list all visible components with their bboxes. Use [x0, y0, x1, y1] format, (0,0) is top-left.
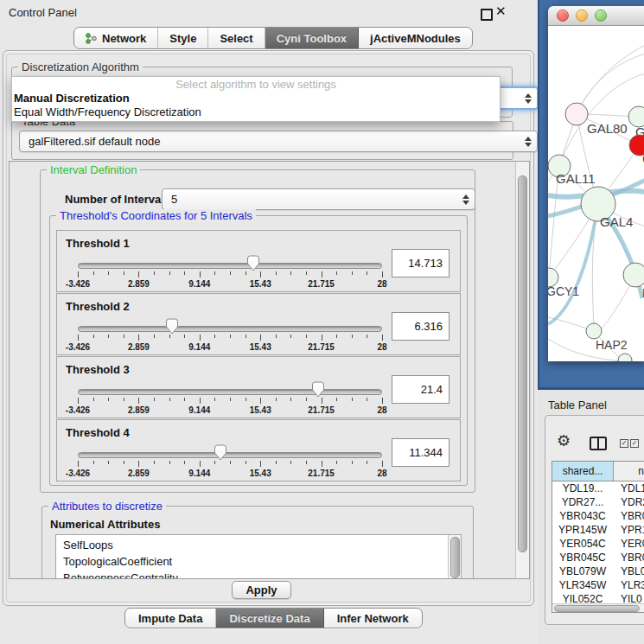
slider-track[interactable] — [78, 389, 382, 395]
threshold-value-field[interactable]: 6.316 — [392, 312, 450, 341]
tab-select[interactable]: Select — [208, 28, 265, 48]
slider-track[interactable] — [78, 263, 382, 269]
slider-thumb[interactable] — [312, 381, 325, 398]
tick-label: -3.426 — [66, 279, 90, 289]
table-row[interactable]: YDR27...YDR2 — [552, 495, 644, 509]
tick-mark — [260, 398, 261, 404]
table-panel-container: ⚙ ✓ ✓ shared...na YDL19...YDL1YDR27...YD… — [545, 415, 644, 625]
bottom-tab-bar: Impute DataDiscretize DataInfer Network — [124, 608, 423, 628]
table-panel-title: Table Panel — [548, 399, 607, 411]
cell-name: YDL1 — [613, 481, 644, 495]
checkbox-icon[interactable]: ✓ — [620, 439, 628, 448]
float-window-icon[interactable] — [481, 9, 493, 21]
viewport-scrollbar-thumb[interactable] — [518, 175, 527, 552]
cell-name: YLR3 — [613, 578, 644, 592]
tick-mark — [290, 271, 291, 275]
viewport-scrollbar[interactable] — [515, 162, 529, 578]
table-row[interactable]: YPR145WYPR1 — [552, 523, 644, 537]
mac-minimize-icon[interactable] — [576, 10, 588, 22]
tick-mark — [214, 271, 215, 275]
threshold-slider-2[interactable]: -3.4262.8599.14415.4321.71528 — [78, 316, 382, 353]
tick-mark — [184, 335, 185, 338]
table-data-combobox[interactable]: galFiltered.sif default node — [19, 131, 538, 152]
slider-thumb[interactable] — [166, 318, 179, 335]
tick-mark — [93, 335, 94, 338]
tab-impute-data[interactable]: Impute Data — [125, 609, 216, 628]
settings-viewport: Interval Definition Number of Intervals … — [9, 161, 530, 579]
column-header-2[interactable]: na — [614, 462, 644, 481]
attribute-item-selfloops[interactable]: SelfLoops — [63, 537, 461, 553]
checkbox-icon[interactable]: ✓ — [630, 439, 639, 448]
column-header-1[interactable]: shared... — [552, 462, 614, 481]
tick-label: 21.715 — [308, 279, 335, 289]
tick-mark — [154, 271, 155, 275]
network-edge[interactable] — [577, 54, 644, 114]
tick-label: 28 — [377, 405, 386, 415]
numerical-attributes-label: Numerical Attributes — [50, 518, 160, 531]
table-row[interactable]: YER054CYER0 — [552, 537, 644, 551]
network-node-gal80[interactable] — [565, 103, 588, 125]
tick-mark — [367, 461, 367, 464]
tick-label: 15.43 — [250, 405, 271, 415]
tick-mark — [124, 398, 124, 401]
table-data-value: galFiltered.sif default node — [29, 135, 160, 148]
table-row[interactable]: YDL19...YDL1 — [552, 481, 644, 495]
slider-tick-labels: -3.4262.8599.14415.4321.71528 — [78, 279, 382, 290]
mac-close-icon[interactable] — [557, 10, 569, 22]
network-node-h[interactable] — [623, 263, 644, 287]
threshold-slider-1[interactable]: -3.4262.8599.14415.4321.71528 — [78, 253, 382, 290]
num-intervals-combobox[interactable]: 5 — [162, 188, 475, 210]
table-row[interactable]: YBL079WYBL0 — [552, 564, 644, 578]
tick-label: 21.715 — [308, 469, 335, 478]
tab-style[interactable]: Style — [158, 28, 208, 48]
threshold-box-1: Threshold 1-3.4262.8599.14415.4321.71528… — [56, 230, 461, 292]
attribute-item-topologicalcoefficient[interactable]: TopologicalCoefficient — [63, 553, 461, 570]
tab-infer-network[interactable]: Infer Network — [324, 609, 422, 628]
tick-mark — [336, 461, 337, 464]
slider-track[interactable] — [78, 452, 382, 458]
table-row[interactable]: YLR345WYLR3 — [552, 578, 644, 592]
threshold-value-field[interactable]: 11.344 — [392, 438, 450, 467]
slider-ticks — [78, 398, 382, 405]
threshold-slider-4[interactable]: -3.4262.8599.14415.4321.71528 — [78, 443, 382, 479]
cell-shared-name: YBR045C — [552, 551, 613, 564]
checkboxes-icon[interactable]: ✓ ✓ — [620, 439, 639, 448]
network-edge[interactable] — [577, 45, 644, 114]
attributes-list[interactable]: SelfLoopsTopologicalCoefficientBetweenne… — [55, 534, 462, 579]
tick-mark — [124, 271, 124, 275]
num-intervals-value: 5 — [171, 193, 177, 206]
attributes-scrollbar-thumb[interactable] — [450, 537, 460, 578]
tab-jactivemnodules[interactable]: jActiveMNodules — [359, 28, 472, 48]
network-node-hap2[interactable] — [586, 323, 602, 339]
slider-thumb[interactable] — [214, 444, 227, 461]
threshold-slider-3[interactable]: -3.4262.8599.14415.4321.71528 — [78, 379, 382, 416]
apply-button[interactable]: Apply — [232, 581, 291, 599]
tab-cyni-toolbox[interactable]: Cyni Toolbox — [265, 28, 359, 48]
network-node[interactable] — [618, 354, 632, 361]
tick-mark — [138, 461, 139, 467]
table-row[interactable]: YBR045CYBR0 — [552, 551, 644, 564]
mac-zoom-icon[interactable] — [595, 10, 607, 22]
slider-track[interactable] — [78, 326, 382, 332]
popup-item-equal-width-frequency-discretization[interactable]: Equal Width/Frequency Discretization — [12, 105, 500, 119]
tab-discretize-data[interactable]: Discretize Data — [216, 609, 323, 628]
table-hscrollbar-thumb[interactable] — [554, 605, 640, 612]
attributes-scrollbar[interactable] — [448, 535, 461, 579]
threshold-value-field[interactable]: 21.4 — [392, 375, 450, 404]
table-hscrollbar[interactable] — [552, 603, 644, 612]
network-window-titlebar[interactable] — [548, 6, 644, 26]
popup-item-manual-discretization[interactable]: Manual Discretization — [12, 92, 500, 105]
network-node-label: HAP2 — [596, 338, 628, 352]
node-table-rows: YDL19...YDL1YDR27...YDR2YBR043CYBR0YPR14… — [552, 481, 644, 606]
network-edge-thick[interactable] — [548, 207, 597, 324]
threshold-value-field[interactable]: 14.713 — [392, 249, 450, 277]
attribute-item-betweennesscentrality[interactable]: BetweennessCentrality — [63, 570, 461, 579]
tab-network[interactable]: Network — [74, 28, 158, 48]
table-row[interactable]: YBR043CYBR0 — [552, 509, 644, 523]
node-table[interactable]: shared...na YDL19...YDL1YDR27...YDR2YBR0… — [552, 461, 644, 613]
slider-thumb[interactable] — [247, 255, 260, 271]
close-icon[interactable]: ✕ — [495, 3, 507, 19]
split-columns-icon[interactable] — [590, 437, 607, 450]
gear-icon[interactable]: ⚙ — [557, 433, 571, 449]
network-canvas[interactable]: GAL80GACGAL11GAL4GCY1HHAP2 — [548, 26, 644, 361]
